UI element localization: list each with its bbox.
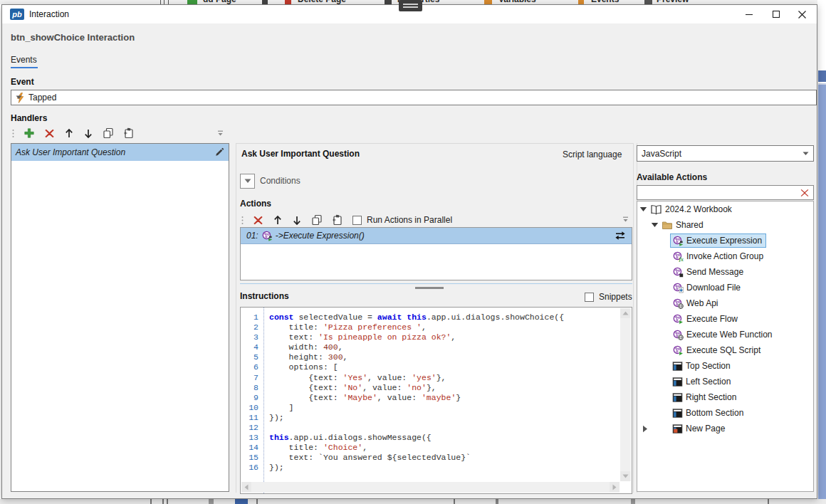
section-icon [672,408,683,419]
script-language-dropdown[interactable]: JavaScript [637,145,814,162]
tree-item-bottom-section[interactable]: Bottom Section [637,405,813,421]
tree-node[interactable]: 2024.2 Workbook [648,203,736,216]
tree-item-invoke-action-group[interactable]: fxInvoke Action Group [637,248,813,264]
execute-sql-script-icon [672,345,684,356]
code-area[interactable]: const selectedValue = await this.app.ui.… [263,308,620,482]
scroll-right-button[interactable] [610,482,620,492]
handler-list-item[interactable]: Ask User Important Question [11,144,229,161]
toolbar-grip-icon [241,216,244,225]
actions-section-label: Actions [240,199,271,209]
section-icon [672,392,683,403]
tree-item-execute-flow[interactable]: Execute Flow [637,311,813,327]
web-api-icon [672,298,684,309]
action-search-box[interactable] [637,185,814,200]
line-number: 5 [241,352,263,362]
expander-expanded-icon[interactable] [650,222,659,228]
scroll-up-button[interactable] [620,308,630,318]
conditions-expander-button[interactable] [240,174,255,189]
code-line: width: 400, [269,342,620,352]
tree-item-new-page[interactable]: New Page [637,421,813,436]
tree-node[interactable]: Execute Flow [670,312,742,326]
tree-node[interactable]: Download File [670,280,745,295]
add-handler-button[interactable] [23,127,35,139]
move-up-button[interactable] [273,215,283,226]
scroll-down-button[interactable] [620,471,630,481]
action-text: ->Execute Expression() [276,231,365,241]
code-editor[interactable]: 12345678910111213141516 const selectedVa… [240,307,632,494]
code-line: }); [269,413,620,423]
move-down-button[interactable] [83,128,93,139]
tree-item-right-section[interactable]: Right Section [637,389,813,405]
maximize-button[interactable] [764,6,788,22]
tree-item-left-section[interactable]: Left Section [637,374,813,389]
chevron-down-icon [803,152,809,156]
delete-action-button[interactable] [253,215,263,226]
close-button[interactable] [790,6,814,22]
tree-item-label: Right Section [686,392,736,402]
tab-events[interactable]: Events [11,55,37,65]
maximize-icon [772,10,780,19]
paste-button[interactable] [332,214,343,226]
tree-item-execute-expression[interactable]: Execute Expression [637,233,813,248]
actions-list[interactable]: 01: ->Execute Expression() [240,227,632,280]
tree-node[interactable]: Top Section [670,359,735,373]
move-down-button[interactable] [292,215,302,226]
chevron-down-icon [244,179,251,184]
action-list-item[interactable]: 01: ->Execute Expression() [241,228,632,244]
actions-toolbar: Run Actions in Parallel [241,212,452,228]
run-parallel-checkbox[interactable] [352,216,362,225]
tree-node[interactable]: fxInvoke Action Group [670,249,768,263]
tree-item-2024-2-workbook[interactable]: 2024.2 Workbook [637,201,813,217]
tree-item-shared[interactable]: Shared [637,217,813,233]
tree-node[interactable]: Bottom Section [670,406,748,420]
tree-item-web-api[interactable]: Web Api [637,295,813,311]
close-icon [798,10,807,19]
tree-node[interactable]: Web Api [670,296,722,310]
tree-item-download-file[interactable]: Download File [637,280,813,295]
vertical-scrollbar[interactable] [620,308,631,481]
background-status-mark [454,499,455,504]
ribbon-collapse-handle[interactable] [399,0,422,11]
tree-item-send-message[interactable]: Send Message [637,264,813,280]
line-number-gutter: 12345678910111213141516 [241,308,264,493]
expander-collapsed-icon[interactable] [640,425,649,433]
minimize-button[interactable] [737,6,761,22]
snippets-checkbox[interactable] [585,293,594,302]
tree-node[interactable]: Execute SQL Script [670,343,765,357]
tree-item-execute-sql-script[interactable]: Execute SQL Script [637,342,813,358]
scroll-left-button[interactable] [241,482,251,492]
event-dropdown[interactable]: Tapped [11,90,817,105]
scroll-right-icon [612,484,617,490]
copy-button[interactable] [311,214,323,226]
splitter-handle[interactable] [415,287,444,289]
code-line: ] [269,403,620,413]
tree-node[interactable]: Execute Web Function [670,327,777,342]
paste-button[interactable] [123,127,135,139]
copy-button[interactable] [103,127,114,139]
toolbar-overflow-button[interactable] [217,130,224,137]
tree-node[interactable]: Left Section [670,375,735,389]
move-up-button[interactable] [64,128,74,139]
swap-arrows-icon[interactable] [615,231,626,241]
clear-search-icon[interactable] [800,189,809,197]
tree-node[interactable]: Shared [659,219,708,231]
toolbar-overflow-button[interactable] [622,216,629,223]
horizontal-scrollbar[interactable] [241,482,620,493]
available-actions-tree[interactable]: 2024.2 WorkbookShared Execute Expression… [637,201,814,492]
code-line: options: [ [269,362,620,372]
tree-node[interactable]: Send Message [670,265,748,279]
edit-pencil-icon[interactable] [214,147,224,157]
script-language-label: Script language [563,149,622,159]
line-number: 3 [241,332,263,342]
interaction-dialog: pb Interaction btn_showChoice Interactio… [1,4,817,499]
tree-node[interactable]: Right Section [670,391,741,404]
tree-node[interactable]: New Page [670,422,729,436]
delete-handler-button[interactable] [44,128,55,139]
execute-web-function-icon [672,329,684,340]
expander-expanded-icon[interactable] [639,206,648,212]
script-language-value: JavaScript [642,149,681,159]
tree-item-top-section[interactable]: Top Section [637,358,813,374]
tree-item-execute-web-function[interactable]: Execute Web Function [637,327,813,342]
handlers-list[interactable]: Ask User Important Question [11,143,229,492]
tree-node[interactable]: Execute Expression [670,233,766,248]
